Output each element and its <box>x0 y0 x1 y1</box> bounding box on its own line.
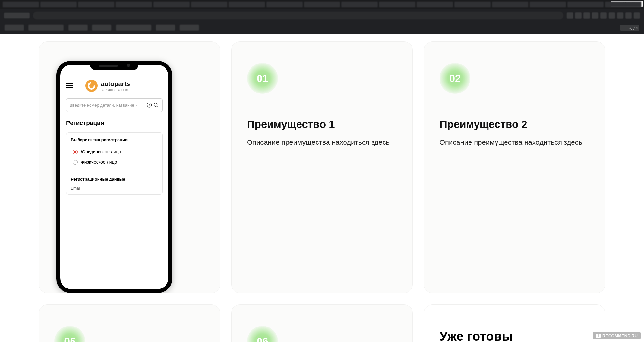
registration-title: Регистрация <box>66 120 163 127</box>
benefit-number: 02 <box>440 63 470 94</box>
field-label-email: Email <box>71 186 158 191</box>
browser-tab[interactable] <box>605 2 641 7</box>
benefit-description: Описание преимущества находиться здесь <box>440 138 590 147</box>
browser-tab[interactable] <box>454 2 491 7</box>
phone-mockup: autoparts запчасти на века Введите номер… <box>56 61 172 293</box>
watermark-text: RECOMMEND.RU <box>602 333 638 338</box>
benefit-description: Описание преимущества находиться здесь <box>247 138 397 147</box>
benefit-grid: autoparts запчасти на века Введите номер… <box>39 41 605 342</box>
browser-extension-icons[interactable] <box>567 12 640 19</box>
benefit-card-06: 06 <box>231 304 413 342</box>
browser-url-bar[interactable] <box>33 12 564 19</box>
browser-tab[interactable] <box>116 2 152 7</box>
brand-tagline: запчасти на века <box>101 88 130 92</box>
phone-notch <box>90 61 138 70</box>
benefit-title: Преимущество 1 <box>247 118 397 131</box>
browser-tab[interactable] <box>417 2 453 7</box>
browser-tab[interactable] <box>304 2 340 7</box>
reg-data-heading: Регистрационные данные <box>71 177 158 181</box>
browser-tab[interactable] <box>379 2 415 7</box>
phone-screen: autoparts запчасти на века Введите номер… <box>60 65 168 289</box>
divider <box>66 172 162 172</box>
benefit-number: 01 <box>247 63 278 94</box>
browser-address-row <box>0 9 644 22</box>
browser-tab[interactable] <box>153 2 190 7</box>
radio-icon <box>73 150 78 154</box>
benefit-card-01: 01 Преимущество 1 Описание преимущества … <box>231 41 413 293</box>
search-icon[interactable] <box>153 102 159 108</box>
browser-tab[interactable] <box>567 2 604 7</box>
benefit-number: 06 <box>247 326 278 342</box>
browser-tab[interactable] <box>40 2 77 7</box>
browser-tab[interactable] <box>78 2 114 7</box>
info-icon: i <box>596 334 601 338</box>
benefit-number: 05 <box>54 326 85 342</box>
svg-point-0 <box>154 103 157 107</box>
reg-type-label: Выберите тип регистрации <box>71 137 158 142</box>
radio-label: Юридическое лицо <box>81 149 121 154</box>
radio-legal-entity[interactable]: Юридическое лицо <box>71 147 158 157</box>
browser-bookmark-bar[interactable]: адки <box>0 22 644 34</box>
page-content: autoparts запчасти на века Введите номер… <box>0 34 644 342</box>
search-placeholder-text: Введите номер детали, название и <box>70 103 146 108</box>
browser-nav-buttons[interactable] <box>4 13 30 18</box>
history-icon[interactable] <box>146 102 153 108</box>
radio-icon <box>73 160 78 165</box>
registration-form: Выберите тип регистрации Юридическое лиц… <box>66 132 163 195</box>
phone-preview-card: autoparts запчасти на века Введите номер… <box>39 41 220 293</box>
browser-tab[interactable] <box>530 2 566 7</box>
search-input[interactable]: Введите номер детали, название и <box>66 98 163 112</box>
app-header: autoparts запчасти на века <box>66 80 163 92</box>
browser-tabstrip[interactable] <box>0 0 644 9</box>
app-brand[interactable]: autoparts запчасти на века <box>85 80 130 92</box>
benefit-card-02: 02 Преимущество 2 Описание преимущества … <box>424 41 605 293</box>
cta-title: Уже готовы упростить свой бизнес? <box>440 328 590 342</box>
hamburger-icon[interactable] <box>66 83 73 88</box>
browser-tab[interactable] <box>492 2 528 7</box>
browser-tab[interactable] <box>341 2 378 7</box>
benefit-title: Преимущество 2 <box>440 118 590 131</box>
brand-logo-icon <box>85 80 98 92</box>
browser-tab[interactable] <box>3 2 39 7</box>
browser-tab[interactable] <box>266 2 303 7</box>
bookmark-overflow-label[interactable]: адки <box>620 25 639 31</box>
benefit-card-05: 05 <box>39 304 220 342</box>
radio-individual[interactable]: Физическое лицо <box>71 157 158 167</box>
browser-tab[interactable] <box>191 2 227 7</box>
brand-name: autoparts <box>101 80 130 88</box>
svg-line-1 <box>157 106 158 107</box>
browser-tab[interactable] <box>229 2 265 7</box>
watermark: i RECOMMEND.RU <box>593 332 641 339</box>
browser-chrome: ivan-khlipitkin адки <box>0 0 644 34</box>
cta-card: Уже готовы упростить свой бизнес? 500+ ч… <box>424 304 605 342</box>
radio-label: Физическое лицо <box>81 160 117 165</box>
